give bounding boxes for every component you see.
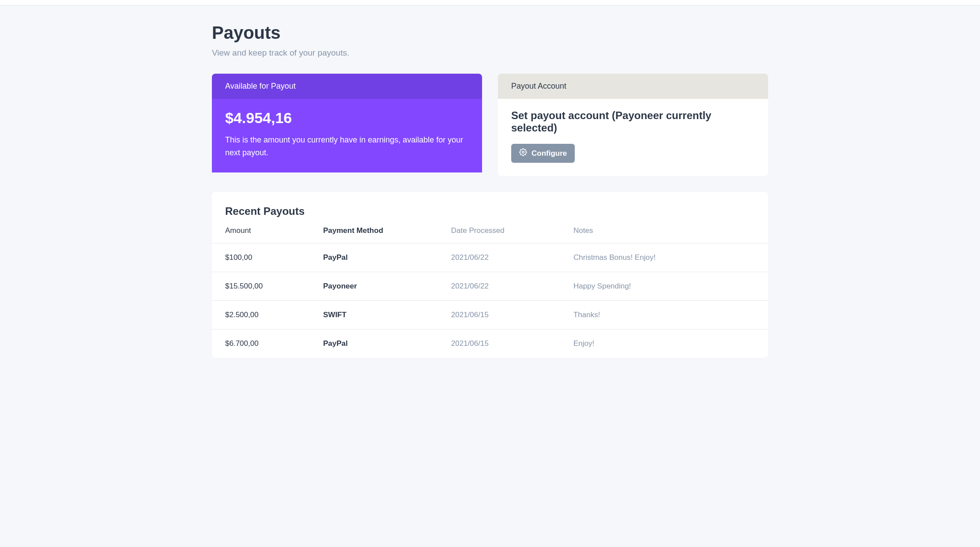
available-amount: $4.954,16 (225, 109, 469, 127)
configure-button[interactable]: Configure (511, 144, 575, 163)
column-header-amount: Amount (212, 226, 323, 244)
column-header-date: Date Processed (451, 226, 573, 244)
cell-amount: $6.700,00 (212, 330, 323, 358)
cell-amount: $2.500,00 (212, 301, 323, 330)
table-header-row: Amount Payment Method Date Processed Not… (212, 226, 768, 244)
available-description: This is the amount you currently have in… (225, 134, 469, 159)
cell-notes: Thanks! (573, 301, 768, 330)
cell-method: PayPal (323, 244, 451, 272)
payout-account-header: Payout Account (498, 74, 768, 99)
cell-date: 2021/06/15 (451, 301, 573, 330)
available-payout-card: Available for Payout $4.954,16 This is t… (212, 74, 482, 176)
available-payout-body: $4.954,16 This is the amount you current… (212, 99, 482, 172)
cell-amount: $100,00 (212, 244, 323, 272)
main-container: Payouts View and keep track of your payo… (212, 5, 768, 358)
cards-row: Available for Payout $4.954,16 This is t… (212, 74, 768, 176)
cell-date: 2021/06/22 (451, 244, 573, 272)
svg-point-0 (522, 151, 524, 154)
cell-notes: Happy Spending! (573, 272, 768, 301)
cell-notes: Christmas Bonus! Enjoy! (573, 244, 768, 272)
cell-method: SWIFT (323, 301, 451, 330)
table-row: $100,00PayPal2021/06/22Christmas Bonus! … (212, 244, 768, 272)
payout-account-title: Set payout account (Payoneer currently s… (511, 109, 755, 134)
configure-button-label: Configure (531, 149, 567, 158)
payouts-table: Amount Payment Method Date Processed Not… (212, 226, 768, 358)
top-border (0, 0, 980, 5)
recent-payouts-panel: Recent Payouts Amount Payment Method Dat… (212, 192, 768, 358)
column-header-notes: Notes (573, 226, 768, 244)
table-row: $6.700,00PayPal2021/06/15Enjoy! (212, 330, 768, 358)
cell-method: Payoneer (323, 272, 451, 301)
cell-amount: $15.500,00 (212, 272, 323, 301)
payout-account-card: Payout Account Set payout account (Payon… (498, 74, 768, 176)
payout-account-body: Set payout account (Payoneer currently s… (498, 99, 768, 176)
page-subtitle: View and keep track of your payouts. (212, 48, 768, 58)
cell-date: 2021/06/22 (451, 272, 573, 301)
table-row: $15.500,00Payoneer2021/06/22Happy Spendi… (212, 272, 768, 301)
page-title: Payouts (212, 23, 768, 43)
cell-date: 2021/06/15 (451, 330, 573, 358)
cell-method: PayPal (323, 330, 451, 358)
cell-notes: Enjoy! (573, 330, 768, 358)
column-header-method: Payment Method (323, 226, 451, 244)
table-row: $2.500,00SWIFT2021/06/15Thanks! (212, 301, 768, 330)
available-payout-header: Available for Payout (212, 74, 482, 99)
recent-payouts-title: Recent Payouts (212, 205, 768, 226)
gear-icon (519, 148, 527, 158)
